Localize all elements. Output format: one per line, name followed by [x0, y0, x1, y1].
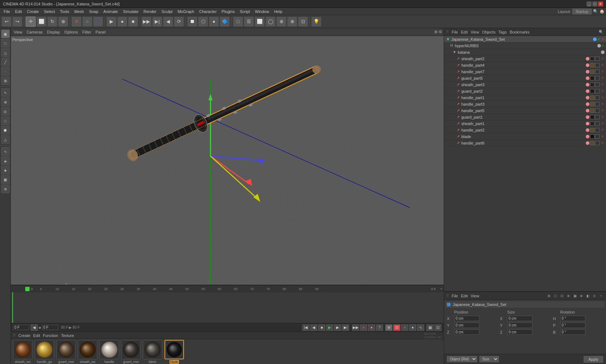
obj-sp3-mat2[interactable]	[595, 83, 600, 87]
realflow-tool[interactable]: ⬜	[255, 17, 265, 27]
obj-menu-file[interactable]: File	[452, 30, 458, 34]
attr-icon-4[interactable]: ⊗	[566, 293, 571, 299]
menu-window[interactable]: Window	[253, 9, 271, 14]
obj-hp7-dot[interactable]	[586, 70, 589, 74]
menu-tools[interactable]: Tools	[58, 9, 71, 14]
obj-k-dot[interactable]	[601, 50, 605, 54]
menu-mograph[interactable]: MoGraph	[175, 9, 196, 14]
home-icon[interactable]: 🏠	[600, 9, 605, 14]
obj-hp4-mat[interactable]	[590, 63, 594, 67]
edge-mode[interactable]: ╱	[1, 58, 10, 66]
menu-help[interactable]: Help	[272, 9, 285, 14]
tool4[interactable]: □	[1, 116, 10, 125]
obj-hp4-mat2[interactable]	[595, 63, 600, 67]
attr-icon-5[interactable]: ▦	[572, 293, 578, 299]
scale2-button[interactable]: ○	[401, 324, 408, 331]
timeline-playhead[interactable]	[12, 292, 13, 323]
tool3[interactable]: ◎	[1, 107, 10, 116]
object-mode-select[interactable]: Object (Rel) Object (Abs) World	[447, 356, 477, 362]
menu-script[interactable]: Script	[238, 9, 252, 14]
object-mode[interactable]: □	[1, 39, 10, 48]
z-pos-input[interactable]	[454, 329, 479, 335]
material-fabric[interactable]: fabric	[143, 340, 162, 364]
undo-button[interactable]: ↩	[1, 17, 12, 27]
obj-handle-part4[interactable]: ↗ handle_part4 ✕	[444, 62, 606, 68]
obj-hp2-mat2[interactable]	[595, 128, 600, 132]
obj-sp3-x[interactable]: ✕	[600, 83, 605, 87]
obj-sp3-mat[interactable]	[590, 83, 594, 87]
go-end-button[interactable]: ▶|	[342, 324, 349, 331]
viewport-3d[interactable]: Perspective	[11, 36, 444, 285]
attr-menu-file[interactable]: File	[452, 294, 458, 298]
step-next-button[interactable]: ▶	[334, 324, 341, 331]
obj-sp1-mat[interactable]	[590, 121, 594, 126]
obj-blade-mat[interactable]	[590, 134, 594, 139]
vp-menu-panel[interactable]: Panel	[94, 30, 107, 34]
obj-hp7-mat[interactable]	[590, 70, 594, 74]
obj-sheath-part3[interactable]: ↗ sheath_part3 ✕	[444, 81, 606, 88]
obj-sp2-mat[interactable]	[590, 57, 594, 61]
camera-tool[interactable]: ▶|	[152, 17, 162, 27]
sky-tool[interactable]: ⟳	[174, 17, 184, 27]
material-blade[interactable]: blade	[164, 340, 184, 364]
render-view[interactable]: ▶	[106, 17, 117, 27]
menu-simulate[interactable]: Simulate	[121, 9, 141, 14]
menu-animate[interactable]: Animate	[101, 9, 120, 14]
obj-hp1-x[interactable]: ✕	[600, 96, 605, 100]
obj-handle-part1[interactable]: ↗ handle_part1 ✕	[444, 94, 606, 101]
attr-icon-1[interactable]: ⊞	[546, 293, 552, 299]
obj-sp1-x[interactable]: ✕	[600, 121, 605, 126]
obj-x[interactable]: ✕	[602, 37, 605, 41]
scale-tool[interactable]: ⬜	[36, 17, 47, 27]
attr-icon-2[interactable]: ⬡	[553, 293, 558, 299]
render-settings[interactable]: ■	[128, 17, 138, 27]
attr-icon-6[interactable]: ⊕	[579, 293, 584, 299]
metaball-tool[interactable]: ☰	[244, 17, 254, 27]
step-prev-button[interactable]: ◀	[310, 324, 317, 331]
frame-mode-icon[interactable]: ▦	[426, 324, 434, 331]
obj-hp4-dot[interactable]	[586, 63, 589, 67]
obj-menu-edit[interactable]: Edit	[461, 30, 468, 34]
obj-gp2-mat2[interactable]	[595, 89, 600, 93]
obj-gp2-dot[interactable]	[586, 89, 589, 93]
attr-icon-3[interactable]: ⊡	[559, 293, 565, 299]
obj-sheath-part2[interactable]: ↗ sheath_part2 ✕	[444, 56, 606, 62]
obj-hp3-x[interactable]: ✕	[600, 102, 605, 106]
obj-hp7-mat2[interactable]	[595, 70, 600, 74]
obj-handle-part7[interactable]: ↗ handle_part7 ✕	[444, 68, 606, 75]
menu-render[interactable]: Render	[141, 9, 159, 14]
timeline-track[interactable]	[11, 292, 444, 323]
obj-hp7-x[interactable]: ✕	[600, 70, 605, 74]
rot-button[interactable]: ⊡	[393, 324, 400, 331]
obj-sheath-part1[interactable]: ↗ sheath_part1 ✕	[444, 120, 606, 127]
obj-hp5-x[interactable]: ✕	[600, 108, 605, 113]
polygon-tool[interactable]: 🔲	[187, 17, 197, 27]
obj-gp5-mat[interactable]	[590, 76, 594, 80]
obj-hp4-x[interactable]: ✕	[600, 63, 605, 67]
tool5[interactable]: ⬟	[1, 126, 10, 134]
material-handle[interactable]: handle	[100, 340, 119, 364]
particles-tool[interactable]: ◯	[265, 17, 276, 27]
obj-gp2-mat[interactable]	[590, 89, 594, 93]
go-start-button[interactable]: |◀	[302, 324, 309, 331]
close-button[interactable]: ✕	[598, 1, 603, 6]
obj-katana[interactable]: ▼ katana	[444, 49, 606, 56]
obj-hp6-mat2[interactable]	[595, 141, 600, 145]
obj-hp2-x[interactable]: ✕	[600, 128, 605, 132]
attr-icon-7[interactable]: ◧	[585, 293, 591, 299]
help-button[interactable]: ?	[376, 324, 383, 331]
timeline-expand-btn[interactable]: ⊡	[434, 324, 442, 331]
mat-menu-edit[interactable]: Edit	[33, 333, 40, 338]
menu-select[interactable]: Select	[42, 9, 57, 14]
obj-menu-view[interactable]: View	[471, 30, 479, 34]
tool6[interactable]: △	[1, 135, 10, 144]
material-handle-go[interactable]: handle_go	[35, 340, 54, 364]
obj-hp6-mat[interactable]	[590, 141, 594, 145]
attr-close-icon[interactable]: ✕	[598, 293, 604, 299]
obj-hp2-dot[interactable]	[586, 128, 589, 132]
obj-guard-part2[interactable]: ↗ guard_part2 ✕	[444, 88, 606, 94]
tool7[interactable]: ∿	[1, 147, 10, 156]
obj-hp1-mat[interactable]	[590, 96, 594, 100]
menu-character[interactable]: Character	[197, 9, 219, 14]
obj-hp1-mat2[interactable]	[595, 96, 600, 100]
